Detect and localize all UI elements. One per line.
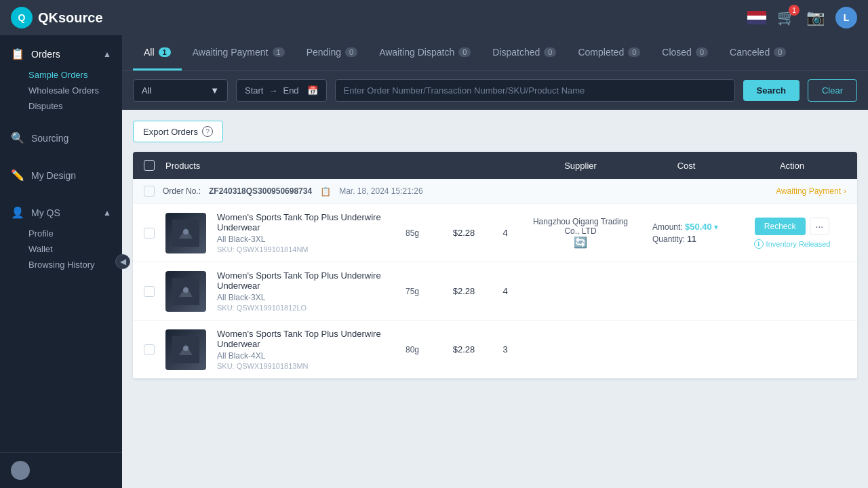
tab-awaiting-dispatch-badge: 0 bbox=[458, 47, 471, 57]
sidebar-item-profile[interactable]: Profile bbox=[0, 226, 122, 241]
clear-button[interactable]: Clear bbox=[808, 79, 857, 102]
product-price-1: $2.28 bbox=[443, 228, 484, 238]
tab-awaiting-dispatch[interactable]: Awaiting Dispatch 0 bbox=[368, 35, 481, 70]
tab-canceled-label: Canceled bbox=[730, 47, 770, 58]
product-image-1 bbox=[165, 213, 206, 253]
user-mini bbox=[11, 461, 111, 480]
sidebar-item-sourcing[interactable]: 🔍 Sourcing bbox=[0, 125, 122, 151]
tab-completed-badge: 0 bbox=[628, 47, 640, 57]
tab-all-badge: 1 bbox=[159, 47, 171, 57]
table-row: Women's Sports Tank Top Plus Underwire U… bbox=[133, 262, 857, 320]
tab-dispatched[interactable]: Dispatched 0 bbox=[481, 35, 567, 70]
tab-dispatched-badge: 0 bbox=[544, 47, 556, 57]
sidebar-design-section: ✏️ My Design bbox=[0, 157, 122, 194]
col-action: Action bbox=[738, 161, 846, 171]
table-row: Women's Sports Tank Top Plus Underwire U… bbox=[133, 203, 857, 262]
tab-closed-label: Closed bbox=[662, 47, 692, 58]
supplier-refresh-icon[interactable]: 🔄 bbox=[526, 236, 635, 249]
product-variant-2: All Black-3XL bbox=[217, 293, 381, 302]
tab-pending-label: Pending bbox=[307, 47, 341, 58]
sidebar-item-disputes[interactable]: Disputes bbox=[0, 98, 122, 114]
sidebar-wallet-label: Wallet bbox=[28, 244, 53, 254]
product-weight-2: 75g bbox=[392, 287, 433, 296]
avatar[interactable]: L bbox=[835, 7, 857, 28]
sidebar-profile-label: Profile bbox=[28, 228, 54, 239]
orders-chevron-icon: ▲ bbox=[103, 49, 111, 59]
qs-chevron-icon: ▲ bbox=[103, 208, 111, 218]
cost-col-1: Amount: $50.40 ▾ Quantity: 11 bbox=[646, 222, 727, 244]
tabs-bar: All 1 Awaiting Payment 1 Pending 0 Await… bbox=[122, 35, 868, 70]
sidebar-item-orders[interactable]: 📋 Orders ▲ bbox=[0, 41, 122, 67]
more-actions-button[interactable]: ··· bbox=[810, 218, 830, 235]
svg-point-3 bbox=[183, 287, 189, 293]
product-sku-3: SKU: QSWX199101813MN bbox=[217, 362, 381, 370]
search-button[interactable]: Search bbox=[743, 80, 800, 101]
export-help-icon: ? bbox=[202, 126, 213, 137]
select-all-checkbox[interactable] bbox=[144, 160, 155, 171]
product-checkbox-3[interactable] bbox=[144, 344, 155, 355]
notifications-button[interactable]: 📷 bbox=[806, 9, 825, 26]
sidebar-item-my-design[interactable]: ✏️ My Design bbox=[0, 162, 122, 188]
product-price-2: $2.28 bbox=[443, 286, 484, 296]
tab-awaiting-dispatch-label: Awaiting Dispatch bbox=[379, 47, 454, 58]
product-name-1: Women's Sports Tank Top Plus Underwire U… bbox=[217, 212, 381, 232]
filter-type-select[interactable]: All ▼ bbox=[133, 79, 228, 102]
tab-pending[interactable]: Pending 0 bbox=[296, 35, 369, 70]
sidebar: 📋 Orders ▲ Sample Orders Wholesale Order… bbox=[0, 35, 122, 488]
main-content: All 1 Awaiting Payment 1 Pending 0 Await… bbox=[122, 35, 868, 488]
tab-closed[interactable]: Closed 0 bbox=[651, 35, 719, 70]
tab-completed-label: Completed bbox=[578, 47, 624, 58]
tab-awaiting-payment[interactable]: Awaiting Payment 1 bbox=[182, 35, 296, 70]
topnav-right: 🛒 1 📷 L bbox=[747, 7, 857, 28]
design-icon: ✏️ bbox=[11, 169, 24, 182]
order-number-label: Order No.: bbox=[163, 186, 201, 196]
product-checkbox-2[interactable] bbox=[144, 286, 155, 297]
order-checkbox[interactable] bbox=[144, 186, 155, 197]
calendar-icon: 📅 bbox=[307, 85, 318, 96]
sidebar-orders-section: 📋 Orders ▲ Sample Orders Wholesale Order… bbox=[0, 35, 122, 119]
qs-icon: 👤 bbox=[11, 206, 24, 219]
orders-icon: 📋 bbox=[11, 47, 24, 60]
copy-icon[interactable]: 📋 bbox=[320, 186, 331, 197]
col-cost: Cost bbox=[646, 161, 727, 171]
sidebar-item-browsing-history[interactable]: Browsing History bbox=[0, 257, 122, 272]
sidebar-item-wholesale-orders[interactable]: Wholesale Orders bbox=[0, 83, 122, 98]
tab-all[interactable]: All 1 bbox=[133, 35, 182, 70]
sidebar-item-my-qs[interactable]: 👤 My QS ▲ bbox=[0, 199, 122, 226]
sidebar-sourcing-label: Sourcing bbox=[31, 133, 68, 144]
cost-quantity-row: Quantity: 11 bbox=[652, 235, 727, 244]
date-arrow-icon: → bbox=[269, 85, 277, 96]
order-group: Order No.: ZF240318QS300950698734 📋 Mar.… bbox=[133, 179, 857, 379]
sourcing-icon: 🔍 bbox=[11, 131, 24, 144]
product-checkbox-1[interactable] bbox=[144, 228, 155, 239]
filter-type-label: All bbox=[142, 85, 151, 96]
date-end-label: End bbox=[283, 85, 298, 96]
user-mini-avatar bbox=[11, 461, 30, 480]
sidebar-item-wallet[interactable]: Wallet bbox=[0, 241, 122, 257]
product-info-1: Women's Sports Tank Top Plus Underwire U… bbox=[217, 212, 381, 253]
product-variant-1: All Black-3XL bbox=[217, 235, 381, 244]
orders-table: Products Supplier Cost Action Order No.:… bbox=[133, 152, 857, 379]
cart-button[interactable]: 🛒 1 bbox=[777, 9, 795, 26]
tab-awaiting-payment-badge: 1 bbox=[273, 47, 285, 57]
tab-canceled[interactable]: Canceled 0 bbox=[719, 35, 797, 70]
cost-chevron-icon[interactable]: ▾ bbox=[714, 222, 718, 232]
tab-all-label: All bbox=[144, 47, 155, 58]
tab-completed[interactable]: Completed 0 bbox=[567, 35, 651, 70]
product-info-3: Women's Sports Tank Top Plus Underwire U… bbox=[217, 329, 381, 370]
flag-icon[interactable] bbox=[747, 11, 766, 24]
date-range-picker[interactable]: Start → End 📅 bbox=[236, 79, 327, 102]
search-input[interactable] bbox=[335, 79, 735, 102]
sidebar-collapse-button[interactable]: ◀ bbox=[115, 254, 130, 269]
product-name-2: Women's Sports Tank Top Plus Underwire U… bbox=[217, 270, 381, 291]
product-image-3 bbox=[165, 329, 206, 370]
app-name: QKsource bbox=[38, 10, 103, 26]
export-orders-button[interactable]: Export Orders ? bbox=[133, 121, 223, 142]
sidebar-qs-label: My QS bbox=[31, 207, 60, 218]
recheck-button[interactable]: Recheck bbox=[755, 218, 806, 235]
order-status-badge[interactable]: Awaiting Payment › bbox=[776, 186, 846, 196]
content-area: Export Orders ? Products Supplier Cost A… bbox=[122, 110, 868, 488]
tab-awaiting-payment-label: Awaiting Payment bbox=[193, 47, 269, 58]
product-qty-3: 3 bbox=[495, 344, 515, 354]
sidebar-item-sample-orders[interactable]: Sample Orders bbox=[0, 67, 122, 83]
